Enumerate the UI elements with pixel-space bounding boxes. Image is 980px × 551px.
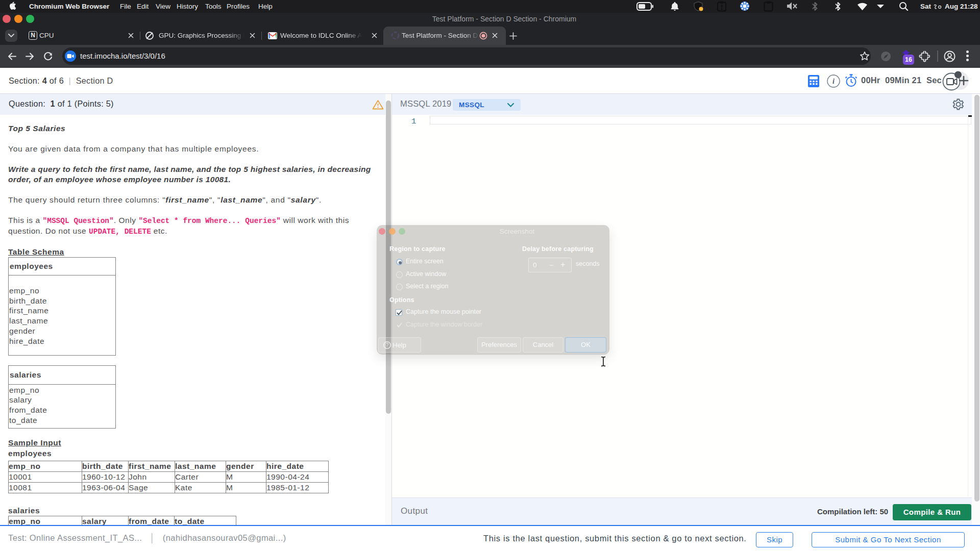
svg-text:i: i xyxy=(832,78,835,85)
svg-text:?: ? xyxy=(386,342,389,348)
